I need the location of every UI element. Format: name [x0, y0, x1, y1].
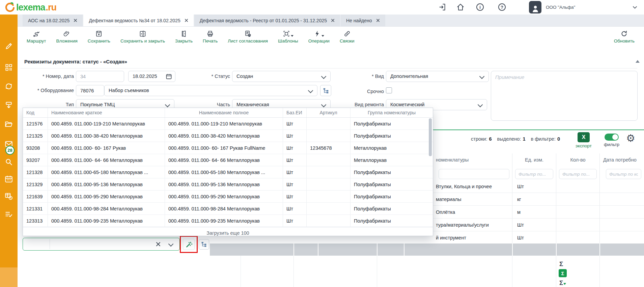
type-value: Покупные ТМЦ: [80, 102, 115, 107]
list-item[interactable]: 93208000.4859. 011.000- 60- 167 Рукав 00…: [23, 142, 433, 154]
filter-input[interactable]: [515, 169, 553, 179]
equipment-code-input[interactable]: [76, 85, 104, 96]
filter-toggle[interactable]: фильтр: [600, 134, 623, 147]
column-header[interactable]: Кол-во: [556, 153, 599, 166]
refresh-button[interactable]: Обновить: [614, 29, 635, 44]
templates-button[interactable]: Шаблоны: [278, 29, 298, 44]
column-header[interactable]: Дата потребно: [599, 153, 644, 166]
list-item[interactable]: 121328000.4859. 011.000-65-180 Металлору…: [23, 166, 433, 178]
filtered-count: в фильтре:0: [531, 136, 560, 142]
exit-icon[interactable]: [438, 3, 447, 11]
list-item[interactable]: 121325000.4859. 011.000-38-420 Металлору…: [23, 130, 433, 142]
date-input[interactable]: 18.02.2025: [128, 71, 175, 82]
info-icon[interactable]: i: [476, 3, 485, 12]
collapse-section-icon[interactable]: [636, 60, 640, 63]
column-header[interactable]: Наименование полное: [165, 108, 283, 117]
save-button[interactable]: Сохранить: [88, 29, 110, 44]
number-input[interactable]: [76, 71, 124, 82]
nomenclature-combobox[interactable]: [23, 238, 180, 251]
lexema-logo[interactable]: lexema.ru: [4, 1, 56, 13]
sum-selected-icon[interactable]: Σ: [559, 269, 567, 277]
door-save-icon: [139, 29, 146, 37]
tab-not-found[interactable]: Не найдено: [341, 15, 385, 26]
column-header[interactable]: Баз.ЕИ: [283, 108, 306, 117]
list-item[interactable]: 121331000.4859. 011.000-98-284 Металлору…: [23, 203, 433, 215]
urgent-checkbox[interactable]: [386, 87, 392, 93]
list-item[interactable]: 121576000.4859. 011.000-119-210 Металлор…: [23, 118, 433, 130]
operations-button[interactable]: Операции: [308, 29, 330, 44]
sum-filtered-icon[interactable]: Σ: [559, 279, 566, 287]
magic-wand-button[interactable]: [183, 239, 195, 250]
table-row[interactable]: материалы кг: [433, 193, 644, 206]
folder-icon[interactable]: [4, 120, 13, 128]
column-header[interactable]: Группа номенклатуры: [350, 108, 433, 117]
nomenclature-tree-button[interactable]: [199, 239, 209, 250]
column-header[interactable]: Ед. изм.: [512, 153, 556, 166]
filter-input[interactable]: [439, 169, 509, 179]
close-icon[interactable]: [376, 19, 380, 22]
table-row[interactable]: й инструмент Шт: [433, 231, 644, 244]
home-icon[interactable]: [456, 3, 465, 11]
close-icon[interactable]: [185, 19, 188, 22]
report-clock-icon[interactable]: [4, 192, 13, 201]
sum-icon[interactable]: Σ: [559, 260, 563, 268]
table-row[interactable]: Оплётка м: [433, 206, 644, 219]
column-header[interactable]: номенклатуры: [433, 153, 512, 166]
equipment-value: Набор съемников: [109, 88, 149, 93]
help-icon[interactable]: ?: [498, 3, 507, 12]
date-cell: [599, 219, 644, 231]
pencil-icon[interactable]: [4, 42, 13, 51]
links-button[interactable]: Связки: [340, 29, 355, 44]
combobox-code-input[interactable]: [24, 239, 49, 250]
column-header[interactable]: Код: [23, 108, 48, 117]
approval-sheet-button[interactable]: Лист согласования: [228, 29, 268, 44]
kind-select[interactable]: Дополнительная: [386, 71, 489, 82]
save-and-close-button[interactable]: Сохранить и закрыть: [120, 29, 165, 44]
load-more-button[interactable]: Загрузить еще 100: [23, 227, 433, 239]
tab-defect-sheet[interactable]: Дефектная ведомость №34 от 18.02.2025: [83, 15, 193, 26]
list-item[interactable]: 93207000.4859. 011.000- 64- 66 Металлору…: [23, 154, 433, 166]
gear-icon[interactable]: ⚙: [626, 133, 635, 144]
nomenclature-cell: тура/материалы/услуги: [433, 219, 512, 231]
selected-count: выделено:1: [497, 136, 526, 142]
filter-label: фильтр: [600, 142, 623, 147]
table-row[interactable]: Втулки, Кольца и прочее Шт: [433, 180, 644, 193]
calendar-icon[interactable]: [4, 175, 13, 183]
close-icon[interactable]: [74, 19, 77, 22]
list-item[interactable]: 123313000.4859. 011.000-99-235 Металлору…: [23, 215, 433, 227]
print-button[interactable]: Печать: [203, 29, 218, 44]
calendar-icon[interactable]: [166, 73, 172, 80]
export-button[interactable]: X экспорт: [572, 132, 595, 148]
checklist-icon[interactable]: [4, 210, 13, 219]
equipment-tree-button[interactable]: [320, 85, 331, 96]
popup-scrollbar[interactable]: [429, 118, 432, 156]
filter-input[interactable]: [559, 169, 597, 179]
column-header[interactable]: Артикул: [306, 108, 350, 117]
list-item[interactable]: 121639000.4859. 011.000-95-290 Металлору…: [23, 191, 433, 203]
new-row-strip[interactable]: [210, 243, 644, 256]
tab-aos[interactable]: АОС на 18.02.2025: [23, 15, 83, 26]
clear-icon[interactable]: [156, 242, 161, 247]
close-icon[interactable]: [331, 19, 335, 22]
print-queue-icon[interactable]: [4, 101, 13, 110]
chevron-down-icon[interactable]: [632, 4, 640, 13]
button-label: Связки: [340, 38, 355, 44]
user-avatar[interactable]: [529, 1, 541, 13]
toggle-pill[interactable]: [605, 134, 619, 141]
chevron-down-icon[interactable]: [168, 241, 174, 247]
equipment-select[interactable]: Набор съемников: [104, 85, 317, 96]
repair-kind-value: Косметический: [390, 102, 424, 107]
sync-icon[interactable]: [4, 82, 13, 91]
route-button[interactable]: Маршрут: [27, 29, 46, 44]
note-textarea[interactable]: [491, 71, 638, 121]
status-select[interactable]: Создан: [232, 71, 331, 82]
tab-registry[interactable]: Дефектная ведомость - Реестр от 01.01.20…: [194, 15, 340, 26]
list-item[interactable]: 121329000.4859. 011.000-95-136 Металлору…: [23, 178, 433, 191]
table-row[interactable]: тура/материалы/услуги Шт: [433, 219, 644, 231]
filter-input[interactable]: [606, 169, 641, 179]
close-button[interactable]: Закрыть: [175, 29, 193, 44]
attachments-button[interactable]: Вложения: [56, 29, 78, 44]
qr-code-icon[interactable]: [4, 63, 13, 72]
column-header[interactable]: Наименование краткое: [48, 108, 165, 117]
search-icon[interactable]: [4, 157, 13, 166]
